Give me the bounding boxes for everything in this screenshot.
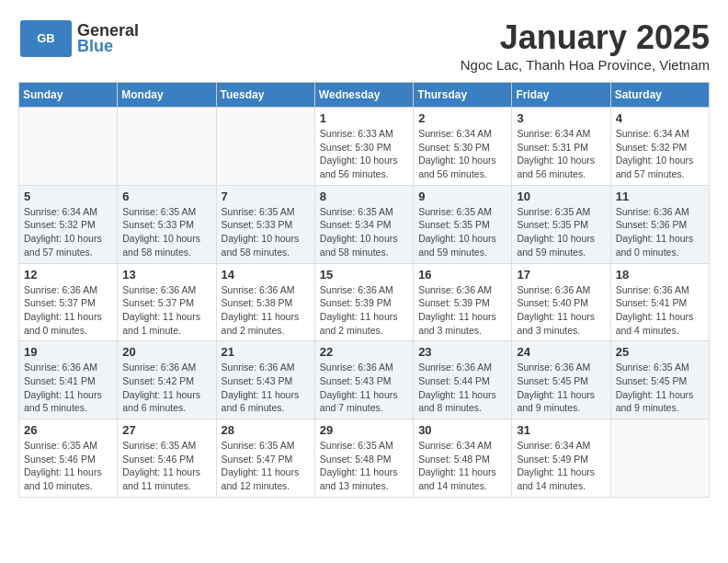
weekday-header: Saturday: [610, 83, 709, 108]
calendar-cell: 4Sunrise: 6:34 AM Sunset: 5:32 PM Daylig…: [610, 108, 709, 186]
logo-blue: Blue: [77, 37, 139, 56]
day-number: 20: [122, 345, 210, 359]
calendar-cell: 6Sunrise: 6:35 AM Sunset: 5:33 PM Daylig…: [118, 185, 216, 263]
day-number: 15: [320, 268, 408, 282]
location-subtitle: Ngoc Lac, Thanh Hoa Province, Vietnam: [461, 57, 710, 73]
day-info: Sunrise: 6:35 AM Sunset: 5:33 PM Dayligh…: [222, 205, 310, 259]
calendar-cell: 19Sunrise: 6:36 AM Sunset: 5:41 PM Dayli…: [19, 341, 118, 419]
calendar-cell: 27Sunrise: 6:35 AM Sunset: 5:46 PM Dayli…: [118, 419, 216, 498]
day-number: 1: [320, 111, 408, 125]
calendar-cell: 28Sunrise: 6:35 AM Sunset: 5:47 PM Dayli…: [216, 419, 314, 498]
calendar-cell: 30Sunrise: 6:34 AM Sunset: 5:48 PM Dayli…: [414, 419, 512, 498]
calendar-cell: 26Sunrise: 6:35 AM Sunset: 5:46 PM Dayli…: [19, 419, 118, 498]
calendar-cell: 25Sunrise: 6:35 AM Sunset: 5:45 PM Dayli…: [610, 341, 709, 419]
day-number: 17: [517, 268, 605, 282]
day-number: 4: [616, 111, 704, 125]
day-info: Sunrise: 6:36 AM Sunset: 5:42 PM Dayligh…: [122, 361, 210, 415]
day-number: 7: [222, 190, 310, 203]
day-info: Sunrise: 6:35 AM Sunset: 5:34 PM Dayligh…: [320, 205, 408, 259]
day-info: Sunrise: 6:35 AM Sunset: 5:48 PM Dayligh…: [320, 439, 408, 493]
day-number: 10: [517, 190, 605, 203]
day-info: Sunrise: 6:35 AM Sunset: 5:47 PM Dayligh…: [222, 439, 310, 493]
weekday-header: Friday: [512, 83, 610, 108]
calendar-cell: 10Sunrise: 6:35 AM Sunset: 5:35 PM Dayli…: [512, 185, 610, 263]
calendar-cell: [118, 108, 216, 186]
calendar-table: SundayMondayTuesdayWednesdayThursdayFrid…: [18, 82, 710, 498]
day-number: 22: [320, 345, 408, 359]
calendar-cell: 7Sunrise: 6:35 AM Sunset: 5:33 PM Daylig…: [216, 185, 314, 263]
day-info: Sunrise: 6:34 AM Sunset: 5:32 PM Dayligh…: [24, 205, 112, 259]
day-info: Sunrise: 6:34 AM Sunset: 5:30 PM Dayligh…: [418, 127, 506, 181]
day-info: Sunrise: 6:34 AM Sunset: 5:48 PM Dayligh…: [418, 439, 506, 493]
day-info: Sunrise: 6:36 AM Sunset: 5:41 PM Dayligh…: [616, 283, 704, 338]
day-number: 31: [517, 423, 605, 437]
month-title: January 2025: [461, 18, 710, 57]
day-number: 29: [320, 423, 408, 437]
day-number: 18: [616, 268, 704, 282]
calendar-cell: 16Sunrise: 6:36 AM Sunset: 5:39 PM Dayli…: [414, 263, 512, 341]
day-number: 26: [24, 423, 112, 437]
day-info: Sunrise: 6:34 AM Sunset: 5:32 PM Dayligh…: [616, 127, 704, 181]
calendar-cell: [216, 108, 314, 186]
day-info: Sunrise: 6:36 AM Sunset: 5:37 PM Dayligh…: [122, 283, 210, 338]
day-info: Sunrise: 6:36 AM Sunset: 5:45 PM Dayligh…: [517, 361, 605, 415]
weekday-header: Monday: [118, 83, 216, 108]
day-info: Sunrise: 6:36 AM Sunset: 5:41 PM Dayligh…: [24, 361, 112, 415]
day-info: Sunrise: 6:35 AM Sunset: 5:45 PM Dayligh…: [616, 361, 704, 415]
day-number: 5: [24, 190, 112, 203]
calendar-cell: 24Sunrise: 6:36 AM Sunset: 5:45 PM Dayli…: [512, 341, 610, 419]
calendar-cell: 18Sunrise: 6:36 AM Sunset: 5:41 PM Dayli…: [610, 263, 709, 341]
day-info: Sunrise: 6:35 AM Sunset: 5:46 PM Dayligh…: [122, 439, 210, 493]
day-number: 14: [222, 268, 310, 282]
day-info: Sunrise: 6:36 AM Sunset: 5:44 PM Dayligh…: [418, 361, 506, 415]
calendar-cell: 5Sunrise: 6:34 AM Sunset: 5:32 PM Daylig…: [19, 185, 118, 263]
calendar-cell: 12Sunrise: 6:36 AM Sunset: 5:37 PM Dayli…: [19, 263, 118, 341]
day-number: 27: [122, 423, 210, 437]
calendar-header-row: SundayMondayTuesdayWednesdayThursdayFrid…: [19, 83, 710, 108]
day-info: Sunrise: 6:35 AM Sunset: 5:35 PM Dayligh…: [418, 205, 506, 259]
day-info: Sunrise: 6:34 AM Sunset: 5:49 PM Dayligh…: [517, 439, 605, 493]
day-number: 6: [122, 190, 210, 203]
day-info: Sunrise: 6:33 AM Sunset: 5:30 PM Dayligh…: [320, 127, 408, 181]
calendar-week-row: 5Sunrise: 6:34 AM Sunset: 5:32 PM Daylig…: [19, 185, 710, 263]
calendar-cell: 21Sunrise: 6:36 AM Sunset: 5:43 PM Dayli…: [216, 341, 314, 419]
day-number: 3: [517, 111, 605, 125]
calendar-cell: 3Sunrise: 6:34 AM Sunset: 5:31 PM Daylig…: [512, 108, 610, 186]
calendar-cell: 15Sunrise: 6:36 AM Sunset: 5:39 PM Dayli…: [314, 263, 413, 341]
logo: GB General Blue: [18, 18, 139, 59]
weekday-header: Wednesday: [314, 83, 413, 108]
calendar-cell: 17Sunrise: 6:36 AM Sunset: 5:40 PM Dayli…: [512, 263, 610, 341]
calendar-week-row: 1Sunrise: 6:33 AM Sunset: 5:30 PM Daylig…: [19, 108, 710, 186]
calendar-cell: 11Sunrise: 6:36 AM Sunset: 5:36 PM Dayli…: [610, 185, 709, 263]
calendar-week-row: 19Sunrise: 6:36 AM Sunset: 5:41 PM Dayli…: [19, 341, 710, 419]
day-number: 16: [418, 268, 506, 282]
day-number: 24: [517, 345, 605, 359]
day-info: Sunrise: 6:36 AM Sunset: 5:38 PM Dayligh…: [222, 283, 310, 338]
calendar-week-row: 26Sunrise: 6:35 AM Sunset: 5:46 PM Dayli…: [19, 419, 710, 498]
day-number: 12: [24, 268, 112, 282]
day-info: Sunrise: 6:35 AM Sunset: 5:35 PM Dayligh…: [517, 205, 605, 259]
weekday-header: Tuesday: [216, 83, 314, 108]
calendar-cell: 23Sunrise: 6:36 AM Sunset: 5:44 PM Dayli…: [414, 341, 512, 419]
page-header: GB General Blue January 2025 Ngoc Lac, T…: [18, 18, 710, 73]
day-info: Sunrise: 6:36 AM Sunset: 5:40 PM Dayligh…: [517, 283, 605, 338]
calendar-cell: [19, 108, 118, 186]
day-info: Sunrise: 6:36 AM Sunset: 5:37 PM Dayligh…: [24, 283, 112, 338]
day-number: 25: [616, 345, 704, 359]
day-number: 19: [24, 345, 112, 359]
day-number: 21: [222, 345, 310, 359]
calendar-cell: 29Sunrise: 6:35 AM Sunset: 5:48 PM Dayli…: [314, 419, 413, 498]
day-number: 28: [222, 423, 310, 437]
day-info: Sunrise: 6:36 AM Sunset: 5:39 PM Dayligh…: [418, 283, 506, 338]
calendar-cell: 31Sunrise: 6:34 AM Sunset: 5:49 PM Dayli…: [512, 419, 610, 498]
calendar-cell: [610, 419, 709, 498]
calendar-cell: 9Sunrise: 6:35 AM Sunset: 5:35 PM Daylig…: [414, 185, 512, 263]
svg-text:GB: GB: [37, 31, 55, 45]
logo-icon: GB: [18, 18, 74, 59]
day-info: Sunrise: 6:35 AM Sunset: 5:33 PM Dayligh…: [122, 205, 210, 259]
calendar-cell: 13Sunrise: 6:36 AM Sunset: 5:37 PM Dayli…: [118, 263, 216, 341]
calendar-cell: 8Sunrise: 6:35 AM Sunset: 5:34 PM Daylig…: [314, 185, 413, 263]
day-number: 11: [616, 190, 704, 203]
day-info: Sunrise: 6:36 AM Sunset: 5:36 PM Dayligh…: [616, 205, 704, 259]
day-number: 9: [418, 190, 506, 203]
